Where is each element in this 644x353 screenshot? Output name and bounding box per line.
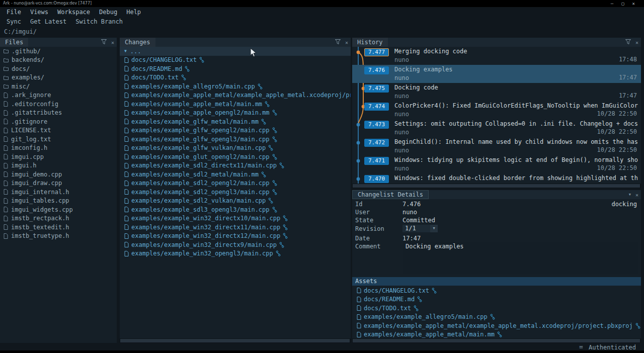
file-tree-folder[interactable]: .github/	[0, 47, 117, 56]
change-row[interactable]: examples/example_glut_opengl2/main.cpp	[120, 152, 351, 161]
chevron-down-icon[interactable]: ▼	[629, 193, 631, 197]
chevron-down-icon[interactable]: ▼	[124, 49, 127, 53]
close-button[interactable]: ✕	[632, 0, 635, 7]
history-entry[interactable]: 7.473Settings: omit outputing Collapsed=…	[352, 119, 641, 137]
change-row[interactable]: examples/example_glfw_vulkan/main.cpp	[120, 144, 351, 153]
change-row[interactable]: examples/example_win32_directx9/main.cpp	[120, 240, 351, 249]
change-row[interactable]: examples/example_apple_opengl2/main.mm	[120, 109, 351, 118]
change-row[interactable]: examples/example_sdl2_vulkan/main.cpp	[120, 197, 351, 206]
asset-row[interactable]: docs/README.md	[352, 295, 641, 304]
file-tree-folder[interactable]: backends/	[0, 56, 117, 65]
close-icon[interactable]: ✕	[635, 192, 638, 198]
assets-hscrollbar[interactable]	[352, 338, 641, 343]
change-row[interactable]: examples/example_win32_opengl3/main.cpp	[120, 249, 351, 258]
file-tree-file[interactable]: imstb_rectpack.h	[0, 214, 117, 223]
details-panel-title[interactable]: Changelist Details	[352, 190, 429, 199]
history-entry[interactable]: 7.474ColorPicker4(): Fixed ImGuiColorEdi…	[352, 101, 641, 119]
change-row[interactable]: docs/TODO.txt	[120, 73, 351, 82]
change-row[interactable]: examples/example_apple_metal/example_app…	[120, 91, 351, 100]
history-entry[interactable]: 7.476Docking examplesnuno17:47	[352, 65, 641, 83]
history-entry[interactable]: 7.470Windows: fixed double-clicked borde…	[352, 173, 641, 184]
history-entry[interactable]: 7.472BeginChild(): Internal name used by…	[352, 137, 641, 155]
minimize-button[interactable]: –	[611, 0, 613, 7]
asset-row[interactable]: examples/example_allegro5/main.cpp	[352, 313, 641, 322]
file-tree-file[interactable]: .gitignore	[0, 117, 117, 126]
change-row[interactable]: examples/example_win32_directx10/main.cp…	[120, 214, 351, 223]
menu-item-workspace[interactable]: Workspace	[53, 8, 95, 17]
scrollbar-thumb[interactable]	[120, 339, 350, 342]
change-row[interactable]: examples/example_glfw_opengl3/main.cpp	[120, 135, 351, 144]
menu-item-file[interactable]: File	[2, 8, 26, 17]
change-row[interactable]: examples/example_sdl2_opengl3/main.cpp	[120, 188, 351, 197]
history-entry[interactable]: 7.475Docking codenuno17:47	[352, 83, 641, 101]
change-row[interactable]: examples/example_sdl3_opengl3/main.cpp	[120, 205, 351, 214]
revision-select[interactable]: 1/1 ▼	[403, 225, 438, 232]
file-tree-folder[interactable]: docs/	[0, 64, 117, 73]
menu-item-views[interactable]: Views	[26, 8, 53, 17]
change-row[interactable]: examples/example_win32_directx12/main.cp…	[120, 232, 351, 241]
change-row[interactable]: examples/example_sdl2_metal/main.mm	[120, 170, 351, 179]
file-tree-file[interactable]: imgui.h	[0, 161, 117, 170]
filter-icon[interactable]	[101, 39, 107, 46]
file-tree-file[interactable]: imgui_tables.cpp	[0, 197, 117, 206]
close-icon[interactable]: ✕	[345, 40, 348, 45]
change-row[interactable]: examples/example_sdl2_opengl2/main.cpp	[120, 179, 351, 188]
changes-root-row[interactable]: ▼ ...	[120, 47, 351, 56]
files-panel-title[interactable]: Files	[0, 38, 28, 47]
history-entry[interactable]: 7.471Windows: tidying up skipitems logic…	[352, 155, 641, 173]
changes-panel-title[interactable]: Changes	[120, 38, 155, 47]
file-tree-file[interactable]: git_log.txt	[0, 135, 117, 144]
scrollbar-thumb[interactable]	[353, 339, 640, 342]
menu-item-debug[interactable]: Debug	[95, 8, 122, 17]
change-row[interactable]: examples/example_sdl2_directx11/main.cpp	[120, 161, 351, 170]
asset-row[interactable]: docs/TODO.txt	[352, 304, 641, 313]
close-icon[interactable]: ✕	[635, 40, 638, 45]
history-hscrollbar[interactable]	[352, 184, 641, 188]
file-icon	[4, 136, 8, 142]
file-tree-file[interactable]: imgui_widgets.cpp	[0, 205, 117, 214]
menu-item-help[interactable]: Help	[122, 8, 145, 17]
file-icon	[4, 224, 8, 230]
change-row[interactable]: examples/example_glfw_metal/main.mm	[120, 117, 351, 126]
comment-label: Comment	[355, 243, 381, 250]
file-tree-file[interactable]: imstb_textedit.h	[0, 223, 117, 232]
history-panel-title[interactable]: History	[352, 38, 388, 47]
change-row[interactable]: examples/example_win32_directx11/main.cp…	[120, 223, 351, 232]
file-tree-folder[interactable]: misc/	[0, 82, 117, 91]
changeset-comment: Merging docking code	[394, 48, 638, 55]
maximize-button[interactable]: ▢	[621, 0, 624, 7]
change-row[interactable]: examples/example_glfw_opengl2/main.cpp	[120, 126, 351, 135]
asset-row[interactable]: examples/example_apple_metal/example_app…	[352, 321, 641, 330]
close-icon[interactable]: ✕	[111, 40, 114, 45]
file-tree-file[interactable]: imstb_truetype.h	[0, 232, 117, 241]
chevron-down-icon[interactable]: ▼	[430, 225, 438, 232]
toolbar-button-sync[interactable]: Sync	[2, 17, 26, 26]
filter-icon[interactable]	[335, 39, 341, 46]
history-entry[interactable]: 7.477Merging docking codenuno17:48	[352, 47, 641, 65]
file-icon	[4, 145, 8, 151]
asset-row[interactable]: examples/example_apple_metal/main.mm	[352, 330, 641, 339]
changeset-comment: Docking code	[394, 84, 638, 91]
file-tree-file[interactable]: .editorconfig	[0, 100, 117, 109]
file-tree-file[interactable]: imgui.cpp	[0, 152, 117, 161]
file-tree-file[interactable]: LICENSE.txt	[0, 126, 117, 135]
file-tree-file[interactable]: .gitattributes	[0, 109, 117, 118]
file-tree-file[interactable]: .ark_ignore	[0, 91, 117, 100]
assets-section-header[interactable]: Assets	[352, 277, 641, 286]
file-tree-file[interactable]: imgui_internal.h	[0, 188, 117, 197]
file-tree-file[interactable]: imgui_draw.cpp	[0, 179, 117, 188]
scrollbar-thumb[interactable]	[353, 184, 640, 188]
comment-field[interactable]: Docking examples	[403, 242, 638, 274]
filter-icon[interactable]	[625, 39, 631, 46]
file-tree-file[interactable]: imconfig.h	[0, 144, 117, 153]
change-row[interactable]: docs/README.md	[120, 64, 351, 73]
change-row[interactable]: examples/example_apple_metal/main.mm	[120, 100, 351, 109]
changes-hscrollbar[interactable]	[120, 338, 351, 343]
toolbar-button-switch-branch[interactable]: Switch Branch	[71, 17, 127, 26]
asset-row[interactable]: docs/CHANGELOG.txt	[352, 286, 641, 295]
file-tree-file[interactable]: imgui_demo.cpp	[0, 170, 117, 179]
toolbar-button-get-latest[interactable]: Get Latest	[26, 17, 71, 26]
file-tree-folder[interactable]: examples/	[0, 73, 117, 82]
change-row[interactable]: docs/CHANGELOG.txt	[120, 56, 351, 65]
change-row[interactable]: examples/example_allegro5/main.cpp	[120, 82, 351, 91]
